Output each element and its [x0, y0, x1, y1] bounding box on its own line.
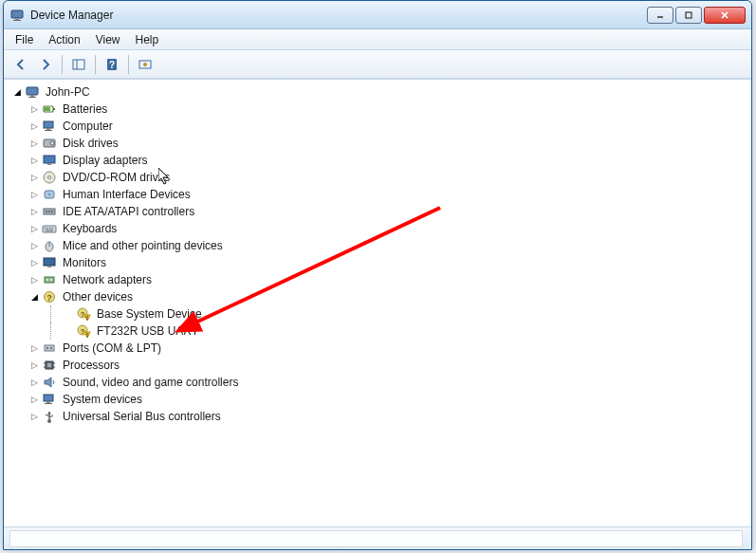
tree-node-label: Disk drives [61, 136, 120, 151]
tree-category-display[interactable]: ▷Display adapters [11, 152, 744, 169]
svg-rect-35 [45, 228, 46, 230]
expand-icon[interactable]: ▷ [28, 257, 40, 268]
tree-root-node[interactable]: ◢John-PC [11, 83, 744, 101]
toolbar-separator [128, 55, 129, 74]
expand-icon[interactable]: ▷ [28, 206, 40, 217]
sound-icon [42, 375, 57, 390]
forward-button[interactable] [34, 53, 57, 76]
svg-text:?: ? [81, 327, 85, 336]
tree-device-node[interactable]: ?!Base System Device [11, 305, 744, 323]
tree-category-system[interactable]: ▷System devices [11, 391, 744, 408]
tree-node-label: System devices [61, 392, 144, 407]
tree-node-label: Monitors [61, 255, 108, 270]
expand-icon[interactable]: ▷ [28, 138, 40, 149]
expand-icon[interactable]: ▷ [28, 342, 40, 354]
tree-category-disk[interactable]: ▷Disk drives [11, 135, 744, 152]
svg-text:?: ? [81, 310, 85, 319]
tree-category-hid[interactable]: ▷Human Interface Devices [11, 186, 744, 203]
tree-device-node[interactable]: ?!FT232R USB UART [11, 323, 744, 340]
svg-text:!: ! [86, 315, 88, 321]
tree-category-cdrom[interactable]: ▷DVD/CD-ROM drives [11, 169, 744, 186]
show-hide-tree-button[interactable] [67, 53, 90, 76]
tree-node-label: Display adapters [61, 153, 149, 168]
titlebar[interactable]: Device Manager [4, 1, 751, 29]
minimize-button[interactable] [647, 7, 673, 24]
svg-rect-36 [47, 228, 49, 230]
svg-rect-59 [47, 363, 51, 367]
tree-node-label: Mice and other pointing devices [61, 238, 225, 253]
maximize-button[interactable] [675, 7, 702, 24]
tree-category-sound[interactable]: ▷Sound, video and game controllers [11, 374, 744, 391]
app-icon [9, 8, 25, 23]
device-tree[interactable]: ◢John-PC▷Batteries▷Computer▷Disk drives▷… [11, 83, 744, 425]
tree-category-cpu[interactable]: ▷Processors [11, 357, 744, 374]
svg-point-23 [50, 141, 54, 145]
expand-icon[interactable]: ▷ [28, 172, 40, 183]
svg-point-27 [48, 176, 51, 179]
back-button[interactable] [9, 53, 32, 76]
menu-action[interactable]: Action [41, 31, 87, 48]
expand-icon[interactable]: ▷ [28, 223, 40, 234]
tree-category-port[interactable]: ▷Ports (COM & LPT) [11, 340, 744, 357]
expand-icon[interactable]: ▷ [28, 120, 40, 132]
expand-icon[interactable]: ▷ [28, 274, 40, 286]
menu-view[interactable]: View [88, 31, 128, 48]
svg-rect-19 [44, 121, 53, 128]
svg-rect-38 [52, 228, 54, 230]
svg-rect-44 [45, 277, 54, 283]
svg-rect-24 [44, 156, 55, 163]
expand-icon[interactable]: ▷ [28, 377, 40, 388]
port-icon [42, 341, 57, 356]
tree-category-monitor[interactable]: ▷Monitors [11, 254, 744, 271]
svg-rect-39 [46, 230, 53, 231]
collapse-icon[interactable]: ◢ [11, 86, 23, 98]
tree-node-label: Ports (COM & LPT) [61, 341, 163, 356]
svg-rect-17 [53, 108, 55, 110]
tree-node-label: Universal Serial Bus controllers [61, 409, 223, 424]
tree-node-label: Computer [61, 119, 115, 134]
tree-category-usb[interactable]: ▷Universal Serial Bus controllers [11, 408, 744, 425]
expand-icon[interactable]: ▷ [28, 189, 40, 200]
collapse-icon[interactable]: ◢ [28, 291, 40, 303]
svg-rect-46 [50, 279, 52, 281]
close-button[interactable] [704, 7, 746, 24]
expand-icon[interactable]: ▷ [28, 411, 40, 422]
svg-rect-33 [51, 211, 53, 212]
device-manager-window: Device Manager File Action View Help ? ◢… [3, 0, 752, 550]
hid-icon [42, 187, 57, 202]
tree-category-keyboard[interactable]: ▷Keyboards [11, 220, 744, 237]
disk-icon [42, 136, 57, 151]
window-title: Device Manager [30, 9, 647, 22]
expand-icon[interactable]: ▷ [28, 240, 40, 251]
svg-rect-2 [13, 20, 21, 21]
tree-category-other[interactable]: ◢?Other devices [11, 288, 744, 305]
tree-category-battery[interactable]: ▷Batteries [11, 101, 744, 118]
svg-rect-21 [45, 130, 52, 131]
scan-hardware-button[interactable] [134, 53, 157, 76]
network-icon [42, 272, 57, 287]
toolbar-separator [95, 55, 96, 74]
svg-rect-7 [73, 60, 84, 69]
tree-category-computer[interactable]: ▷Computer [11, 118, 744, 135]
device-tree-pane[interactable]: ◢John-PC▷Batteries▷Computer▷Disk drives▷… [4, 79, 751, 526]
expand-icon[interactable]: ▷ [28, 155, 40, 166]
svg-text:!: ! [86, 332, 88, 338]
menu-file[interactable]: File [8, 31, 41, 48]
svg-rect-45 [46, 279, 48, 281]
svg-rect-20 [46, 128, 50, 130]
tree-node-label: Other devices [61, 289, 135, 304]
menubar: File Action View Help [4, 29, 751, 50]
svg-rect-43 [47, 266, 51, 267]
other-icon: ? [42, 289, 57, 304]
otherWarn-icon: ?! [76, 306, 91, 322]
svg-rect-32 [48, 211, 50, 212]
tree-category-network[interactable]: ▷Network adapters [11, 271, 744, 288]
tree-category-mouse[interactable]: ▷Mice and other pointing devices [11, 237, 744, 254]
tree-category-ide[interactable]: ▷IDE ATA/ATAPI controllers [11, 203, 744, 220]
tree-node-label: Human Interface Devices [61, 187, 193, 202]
help-button[interactable]: ? [101, 53, 123, 76]
menu-help[interactable]: Help [128, 31, 167, 48]
expand-icon[interactable]: ▷ [28, 103, 40, 115]
expand-icon[interactable]: ▷ [28, 394, 40, 405]
expand-icon[interactable]: ▷ [28, 359, 40, 371]
